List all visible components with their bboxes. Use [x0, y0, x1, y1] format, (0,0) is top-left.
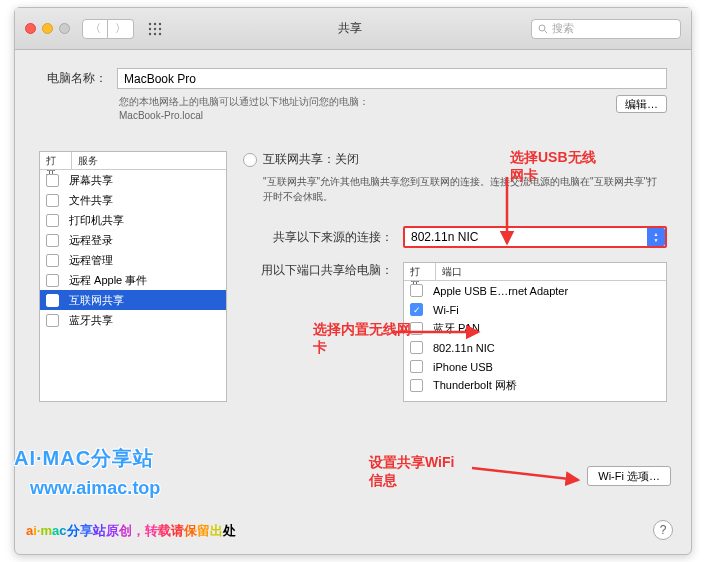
checkbox[interactable]	[46, 254, 59, 267]
checkbox[interactable]	[46, 194, 59, 207]
computer-name-input[interactable]	[117, 68, 667, 89]
dropdown-value: 802.11n NIC	[411, 230, 478, 244]
sidebar-item[interactable]: 互联网共享	[40, 290, 226, 310]
search-placeholder: 搜索	[552, 21, 574, 36]
sidebar-item[interactable]: 文件共享	[40, 190, 226, 210]
port-row[interactable]: Thunderbolt 网桥	[404, 376, 666, 395]
port-row[interactable]: iPhone USB	[404, 357, 666, 376]
sidebar-item[interactable]: 远程管理	[40, 250, 226, 270]
zoom-icon	[59, 23, 70, 34]
computer-name-label: 电脑名称：	[39, 70, 107, 87]
search-input[interactable]: 搜索	[531, 19, 681, 39]
svg-point-3	[149, 27, 151, 29]
share-from-label: 共享以下来源的连接：	[243, 229, 393, 246]
checkbox[interactable]	[410, 360, 423, 373]
watermark-credit: ai·mac分享站原创，转载请保留出处	[26, 522, 236, 540]
computer-name-hint: 您的本地网络上的电脑可以通过以下地址访问您的电脑： MacBook-Pro.lo…	[119, 95, 608, 123]
svg-point-6	[149, 32, 151, 34]
port-label: 蓝牙 PAN	[433, 321, 480, 336]
svg-point-1	[154, 22, 156, 24]
col-on: 打开	[40, 152, 72, 169]
forward-button[interactable]: 〉	[108, 19, 134, 39]
svg-line-10	[545, 30, 548, 33]
col-on-port: 打开	[404, 263, 436, 280]
internet-sharing-heading: 互联网共享：关闭	[263, 151, 359, 168]
checkbox[interactable]	[46, 174, 59, 187]
svg-point-8	[159, 32, 161, 34]
checkbox[interactable]	[46, 314, 59, 327]
checkbox[interactable]	[46, 274, 59, 287]
show-all-icon[interactable]	[142, 19, 168, 39]
port-row[interactable]: 蓝牙 PAN	[404, 319, 666, 338]
col-port: 端口	[436, 263, 468, 280]
wifi-options-button[interactable]: Wi-Fi 选项…	[587, 466, 671, 486]
sidebar-item[interactable]: 蓝牙共享	[40, 310, 226, 330]
sidebar-item[interactable]: 远程登录	[40, 230, 226, 250]
sidebar-item[interactable]: 屏幕共享	[40, 170, 226, 190]
edit-button[interactable]: 编辑…	[616, 95, 667, 113]
sharing-prefs-window: 〈 〉 共享 搜索 电脑名称： 您的本地网络上的电脑可以通过以下地址访问您的电脑…	[14, 7, 692, 555]
svg-point-9	[539, 25, 545, 31]
sidebar-item-label: 文件共享	[69, 193, 113, 208]
sidebar-item-label: 蓝牙共享	[69, 313, 113, 328]
sidebar-item-label: 远程 Apple 事件	[69, 273, 147, 288]
checkbox[interactable]: ✓	[410, 303, 423, 316]
sidebar-item-label: 远程管理	[69, 253, 113, 268]
sidebar-item-label: 打印机共享	[69, 213, 124, 228]
port-row[interactable]: Apple USB E…rnet Adapter	[404, 281, 666, 300]
window-title: 共享	[168, 20, 531, 37]
svg-point-5	[159, 27, 161, 29]
port-label: Apple USB E…rnet Adapter	[433, 285, 568, 297]
svg-point-2	[159, 22, 161, 24]
sidebar-item-label: 远程登录	[69, 233, 113, 248]
port-label: iPhone USB	[433, 361, 493, 373]
radio-icon	[243, 153, 257, 167]
svg-point-4	[154, 27, 156, 29]
checkbox[interactable]	[46, 214, 59, 227]
svg-point-0	[149, 22, 151, 24]
close-icon[interactable]	[25, 23, 36, 34]
internet-sharing-desc: "互联网共享"允许其他电脑共享您到互联网的连接。连接交流电源的电脑在"互联网共享…	[263, 174, 667, 204]
services-sidebar: 打开 服务 屏幕共享文件共享打印机共享远程登录远程管理远程 Apple 事件互联…	[39, 151, 227, 402]
port-label: 802.11n NIC	[433, 342, 495, 354]
minimize-icon[interactable]	[42, 23, 53, 34]
ports-list: 打开 端口 Apple USB E…rnet Adapter✓Wi-Fi蓝牙 P…	[403, 262, 667, 402]
port-label: Thunderbolt 网桥	[433, 378, 517, 393]
checkbox[interactable]	[46, 234, 59, 247]
share-to-label: 用以下端口共享给电脑：	[243, 262, 393, 279]
port-label: Wi-Fi	[433, 304, 459, 316]
traffic-lights	[25, 23, 70, 34]
share-from-dropdown[interactable]: 802.11n NIC	[403, 226, 667, 248]
watermark-title: AI·MAC分享站	[14, 445, 154, 472]
nav-buttons: 〈 〉	[82, 19, 134, 39]
col-service: 服务	[72, 152, 104, 169]
sidebar-item[interactable]: 打印机共享	[40, 210, 226, 230]
port-row[interactable]: 802.11n NIC	[404, 338, 666, 357]
sidebar-item-label: 屏幕共享	[69, 173, 113, 188]
checkbox[interactable]	[410, 379, 423, 392]
chevron-updown-icon	[647, 228, 665, 246]
svg-point-7	[154, 32, 156, 34]
checkbox[interactable]	[410, 322, 423, 335]
sidebar-item-label: 互联网共享	[69, 293, 124, 308]
sidebar-item[interactable]: 远程 Apple 事件	[40, 270, 226, 290]
back-button[interactable]: 〈	[82, 19, 108, 39]
watermark-url: www.aimac.top	[30, 478, 160, 499]
titlebar: 〈 〉 共享 搜索	[15, 8, 691, 50]
help-icon[interactable]: ?	[653, 520, 673, 540]
checkbox[interactable]	[410, 284, 423, 297]
checkbox[interactable]	[46, 294, 59, 307]
checkbox[interactable]	[410, 341, 423, 354]
port-row[interactable]: ✓Wi-Fi	[404, 300, 666, 319]
